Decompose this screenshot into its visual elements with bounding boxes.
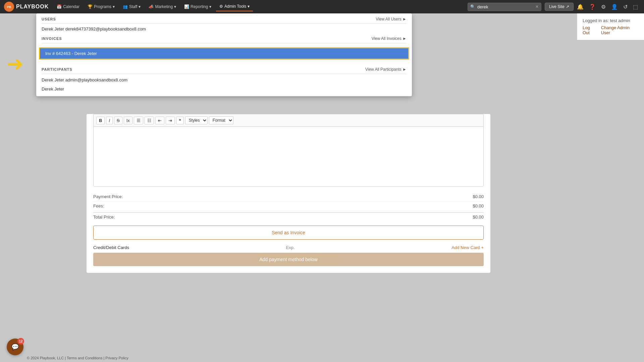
nav-programs[interactable]: 🏆 Programs ▾ [84,2,118,11]
nav-marketing[interactable]: 📣 Marketing ▾ [145,2,179,11]
chevron-down-icon: ▾ [113,4,115,9]
chat-notification-badge: 12 [17,338,24,345]
logged-in-label: Logged in as: test admin [583,18,639,23]
indent-increase-button[interactable]: ⇥ [166,117,175,124]
send-invoice-button[interactable]: Send as Invoice [93,226,484,240]
bold-button[interactable]: B [96,117,105,124]
strikethrough-button[interactable]: S [114,117,122,124]
calendar-icon: 📅 [57,4,62,9]
notifications-icon[interactable]: 🔔 [575,4,586,10]
admin-actions: Log Out Change Admin User [583,25,639,35]
clear-search-icon[interactable]: ✕ [535,4,539,9]
history-icon[interactable]: ↺ [621,4,630,10]
users-section-title: USERS [42,17,56,21]
nav-reporting[interactable]: 📊 Reporting ▾ [181,2,215,11]
search-input[interactable] [468,3,541,11]
participants-section-title: PARTICIPANTS [42,67,72,71]
external-link-icon: ↗ [566,4,569,9]
chevron-down-icon: ▾ [174,4,176,9]
svg-text:PB: PB [7,5,11,9]
text-editor[interactable] [93,126,484,187]
app-name: PLAYBOOK [16,4,49,10]
indent-decrease-button[interactable]: ⇤ [155,117,164,124]
add-payment-button[interactable]: Add payment method below [93,253,484,266]
format-select[interactable]: Format [209,116,233,124]
search-icon: 🔍 [470,4,475,9]
total-price-row: Total Price: $0.00 [93,212,484,222]
view-all-invoices-link[interactable]: View All Invoices ► [372,36,407,41]
live-site-button[interactable]: Live Site ↗ [545,3,574,11]
participants-results: Derek Jeter admin@playbooksandbox8.com D… [36,74,412,96]
programs-icon: 🏆 [88,4,93,9]
profile-icon[interactable]: 👤 [609,4,620,10]
view-all-users-link[interactable]: View All Users ► [376,17,407,21]
nav-calendar[interactable]: 📅 Calendar [53,2,83,11]
highlight-arrow: ➜ [7,52,23,75]
nav-admin-tools[interactable]: ⚙ Admin Tools ▾ [216,2,253,11]
top-navigation: PB PLAYBOOK 📅 Calendar 🏆 Programs ▾ 👥 St… [0,0,644,13]
staff-icon: 👥 [123,4,128,9]
price-section: Payment Price: $0.00 Fees: $0.00 Total P… [93,192,484,222]
card-section: Credit/Debit Cards Exp. Add New Card + A… [93,245,484,266]
participant-result-item[interactable]: Derek Jeter [36,84,412,94]
marketing-icon: 📣 [149,4,154,9]
invoices-results: Inv # 642463 - Derek Jeter [36,43,412,64]
change-admin-user-link[interactable]: Change Admin User [601,25,639,35]
nav-staff[interactable]: 👥 Staff ▾ [119,2,144,11]
participants-section-header: PARTICIPANTS View All Participants ► [36,64,412,74]
italic-button[interactable]: I [106,117,113,124]
right-panel: Logged in as: test admin Log Out Change … [577,13,644,40]
users-section-header: USERS View All Users ► [36,13,412,23]
reporting-icon: 📊 [184,4,189,9]
chevron-down-icon: ▾ [139,4,141,9]
participant-result-item[interactable]: Derek Jeter admin@playbooksandbox8.com [36,75,412,84]
unordered-list-button[interactable]: ☰ [134,117,143,124]
help-icon[interactable]: ❓ [587,4,598,10]
admin-tools-icon: ⚙ [219,4,223,9]
add-new-card-link[interactable]: Add New Card + [451,245,484,250]
blockquote-button[interactable]: ❝ [176,117,184,124]
search-wrapper: 🔍 ✕ [468,3,541,11]
chevron-down-icon: ▾ [248,4,250,9]
user-result-item[interactable]: Derek Jeter derek84737392@playbooksandbo… [36,24,412,34]
ordered-list-button[interactable]: ☷ [145,117,154,124]
text-editor-toolbar: B I S Ix ☰ ☷ ⇤ ⇥ ❝ Styles Format [93,114,484,126]
logout-icon[interactable]: ⬚ [631,4,640,10]
styles-select[interactable]: Styles [185,116,208,124]
payment-price-row: Payment Price: $0.00 [93,192,484,201]
invoice-result-item[interactable]: Inv # 642463 - Derek Jeter [39,47,409,60]
card-header: Credit/Debit Cards Exp. Add New Card + [93,245,484,250]
search-dropdown: USERS View All Users ► Derek Jeter derek… [36,13,412,96]
view-all-participants-link[interactable]: View All Participants ► [365,67,407,72]
logout-link[interactable]: Log Out [583,25,598,35]
clear-format-button[interactable]: Ix [124,117,132,124]
invoices-section-header: INVOICES View All Invoices ► [36,34,412,43]
footer: © 2024 Playbook, LLC | Terms and Conditi… [27,356,128,360]
settings-icon[interactable]: ⚙ [599,4,608,10]
chat-button[interactable]: 💬 12 [7,339,23,355]
logo-icon: PB [4,2,14,12]
chat-icon: 💬 [11,343,19,351]
chevron-down-icon: ▾ [209,4,211,9]
fees-row: Fees: $0.00 [93,201,484,211]
invoices-section-title: INVOICES [42,37,62,41]
app-logo[interactable]: PB PLAYBOOK [4,2,49,12]
